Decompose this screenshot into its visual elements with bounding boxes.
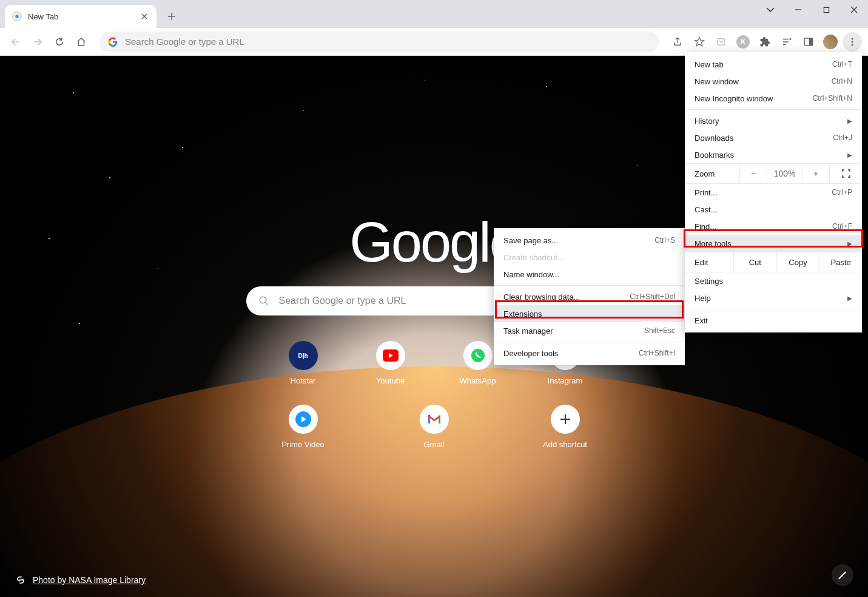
whatsapp-icon: [463, 341, 493, 370]
menu-history[interactable]: History▶: [685, 112, 862, 129]
menu-cast[interactable]: Cast...: [685, 201, 862, 218]
menu-new-incognito[interactable]: New Incognito windowCtrl+Shift+N: [685, 90, 862, 107]
submenu-extensions[interactable]: Extensions: [494, 305, 685, 322]
chrome-favicon-icon: [12, 12, 22, 21]
background-attribution[interactable]: Photo by NASA Image Library: [15, 574, 146, 586]
extension-k-icon[interactable]: K: [733, 32, 753, 52]
browser-tab[interactable]: New Tab: [5, 5, 156, 28]
pencil-icon: [837, 570, 848, 581]
shortcut-label: Add shortcut: [543, 440, 587, 449]
menu-exit[interactable]: Exit: [685, 312, 862, 329]
shortcut-label: WhatsApp: [460, 376, 496, 385]
menu-zoom-label: Zoom: [685, 169, 739, 178]
menu-print[interactable]: Print...Ctrl+P: [685, 184, 862, 201]
share-icon[interactable]: [668, 32, 687, 52]
chevron-right-icon: ▶: [847, 295, 852, 302]
address-bar[interactable]: Search Google or type a URL: [99, 32, 659, 52]
menu-edit-row: Edit Cut Copy Paste: [685, 252, 862, 272]
google-g-icon: [108, 37, 118, 47]
zoom-in-button[interactable]: +: [802, 164, 829, 183]
attribution-text: Photo by NASA Image Library: [33, 575, 146, 585]
maximize-icon[interactable]: [812, 0, 840, 19]
chrome-main-menu: New tabCtrl+T New windowCtrl+N New Incog…: [685, 52, 862, 332]
search-placeholder: Search Google or type a URL: [279, 295, 406, 306]
menu-edit-label: Edit: [685, 258, 733, 267]
customize-button[interactable]: [832, 564, 853, 586]
forward-button[interactable]: [28, 32, 47, 52]
chevron-right-icon: ▶: [847, 152, 852, 158]
shortcut-label: Prime Video: [281, 440, 325, 449]
svg-point-7: [852, 41, 853, 42]
link-icon: [15, 574, 27, 586]
home-button[interactable]: [72, 32, 91, 52]
svg-rect-5: [809, 38, 813, 46]
extension-pocket-icon[interactable]: [712, 32, 731, 52]
omnibox-placeholder: Search Google or type a URL: [125, 36, 244, 47]
zoom-out-button[interactable]: −: [739, 164, 767, 183]
shortcut-prime-video[interactable]: Prime Video: [264, 405, 342, 449]
back-button[interactable]: [6, 32, 25, 52]
tab-search-icon[interactable]: [756, 0, 784, 19]
submenu-create-shortcut: Create shortcut...: [494, 249, 685, 266]
plus-icon: [551, 405, 580, 434]
menu-new-tab[interactable]: New tabCtrl+T: [685, 56, 862, 73]
browser-titlebar: New Tab: [0, 0, 868, 28]
menu-settings[interactable]: Settings: [685, 272, 862, 289]
menu-new-window[interactable]: New windowCtrl+N: [685, 73, 862, 90]
minimize-icon[interactable]: [784, 0, 812, 19]
shortcut-youtube[interactable]: Youtube: [352, 341, 429, 385]
profile-avatar[interactable]: [821, 32, 840, 52]
tab-title: New Tab: [28, 12, 133, 21]
menu-downloads[interactable]: DownloadsCtrl+J: [685, 129, 862, 146]
shortcut-label: Instagram: [548, 376, 583, 385]
submenu-developer-tools[interactable]: Developer toolsCtrl+Shift+I: [494, 345, 685, 362]
reading-list-icon[interactable]: [777, 32, 796, 52]
toolbar-actions: K: [667, 32, 863, 52]
side-panel-icon[interactable]: [799, 32, 818, 52]
tab-close-icon[interactable]: [140, 12, 149, 21]
window-controls: [756, 0, 868, 28]
shortcut-label: Hotstar: [291, 376, 316, 385]
svg-point-8: [852, 44, 853, 46]
svg-point-9: [260, 297, 266, 303]
menu-more-tools[interactable]: More tools▶: [685, 235, 862, 252]
fullscreen-button[interactable]: [829, 164, 862, 183]
svg-rect-2: [824, 7, 829, 12]
menu-bookmarks[interactable]: Bookmarks▶: [685, 146, 862, 163]
chrome-menu-button[interactable]: [843, 32, 862, 52]
search-icon: [258, 295, 269, 306]
submenu-task-manager[interactable]: Task managerShift+Esc: [494, 322, 685, 339]
youtube-icon: [376, 341, 405, 370]
paste-button[interactable]: Paste: [819, 252, 862, 272]
new-tab-button[interactable]: [163, 7, 181, 25]
copy-button[interactable]: Copy: [776, 252, 819, 272]
reload-button[interactable]: [50, 32, 69, 52]
gmail-icon: [420, 405, 449, 434]
menu-help[interactable]: Help▶: [685, 289, 862, 306]
chevron-right-icon: ▶: [847, 118, 852, 124]
bookmark-star-icon[interactable]: [690, 32, 709, 52]
zoom-level: 100%: [767, 164, 802, 183]
shortcut-label: Gmail: [424, 440, 445, 449]
menu-zoom-row: Zoom − 100% +: [685, 163, 862, 184]
shortcut-hotstar[interactable]: D|h Hotstar: [264, 341, 342, 385]
shortcut-label: Youtube: [376, 376, 405, 385]
prime-video-icon: [289, 405, 318, 434]
extensions-puzzle-icon[interactable]: [755, 32, 775, 52]
svg-rect-3: [718, 38, 725, 45]
hotstar-icon: D|h: [289, 341, 318, 370]
submenu-name-window[interactable]: Name window...: [494, 266, 685, 283]
cut-button[interactable]: Cut: [733, 252, 776, 272]
submenu-save-page[interactable]: Save page as...Ctrl+S: [494, 232, 685, 249]
add-shortcut-button[interactable]: Add shortcut: [527, 405, 604, 449]
chevron-right-icon: ▶: [847, 240, 852, 247]
more-tools-submenu: Save page as...Ctrl+S Create shortcut...…: [494, 228, 685, 365]
shortcut-gmail[interactable]: Gmail: [395, 405, 473, 449]
close-window-icon[interactable]: [840, 0, 868, 19]
svg-point-1: [15, 15, 18, 18]
submenu-clear-browsing-data[interactable]: Clear browsing data...Ctrl+Shift+Del: [494, 288, 685, 305]
menu-find[interactable]: Find...Ctrl+F: [685, 218, 862, 235]
svg-point-6: [852, 38, 853, 39]
